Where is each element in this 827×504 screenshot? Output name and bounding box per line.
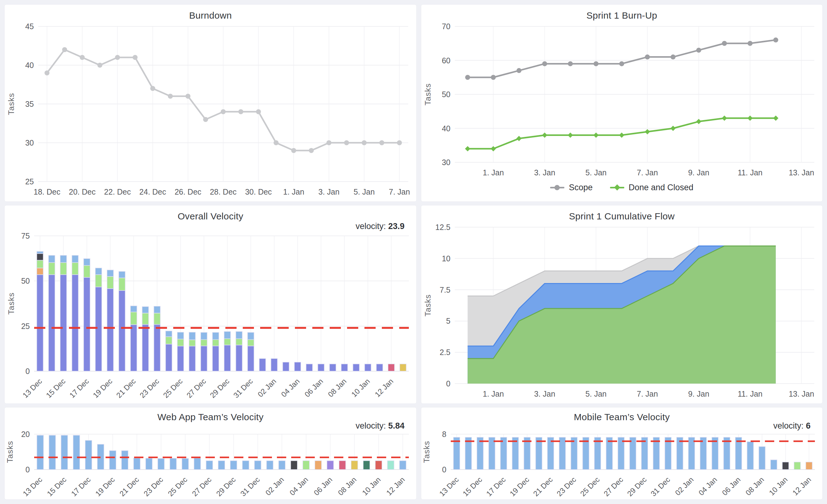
- scope-line-icon: [550, 187, 565, 188]
- svg-text:06 Jan: 06 Jan: [721, 475, 742, 497]
- svg-text:15 Dec: 15 Dec: [44, 377, 67, 399]
- svg-text:02 Jan: 02 Jan: [264, 475, 286, 497]
- svg-text:06 Jan: 06 Jan: [303, 377, 325, 399]
- svg-text:24. Dec: 24. Dec: [139, 188, 166, 196]
- burnup-panel: Sprint 1 Burn-Up 30405060701. Jan3. Jan5…: [421, 4, 823, 202]
- svg-text:2.5: 2.5: [440, 348, 450, 357]
- svg-text:5. Jan: 5. Jan: [353, 188, 375, 196]
- svg-text:29 Dec: 29 Dec: [214, 475, 237, 498]
- svg-text:22. Dec: 22. Dec: [104, 188, 131, 196]
- cumulative-flow-chart[interactable]: 02.557.51012.51. Jan3. Jan5. Jan7. Jan9.…: [421, 222, 822, 403]
- svg-text:19 Dec: 19 Dec: [94, 475, 116, 498]
- burnup-title: Sprint 1 Burn-Up: [421, 10, 822, 21]
- svg-text:11. Jan: 11. Jan: [738, 390, 763, 398]
- svg-text:15 Dec: 15 Dec: [45, 475, 68, 498]
- svg-text:60: 60: [442, 56, 450, 65]
- svg-text:1. Jan: 1. Jan: [283, 188, 304, 196]
- svg-text:13 Dec: 13 Dec: [438, 475, 460, 498]
- svg-text:31 Dec: 31 Dec: [239, 475, 261, 498]
- cumulative-flow-panel: Sprint 1 Cumulative Flow 02.557.51012.51…: [421, 205, 823, 404]
- overall-velocity-title: Overall Velocity: [5, 211, 416, 221]
- svg-text:17 Dec: 17 Dec: [69, 475, 92, 498]
- svg-text:10 Jan: 10 Jan: [767, 475, 789, 497]
- svg-text:12.5: 12.5: [435, 223, 450, 232]
- svg-text:17 Dec: 17 Dec: [485, 475, 507, 498]
- svg-text:10: 10: [442, 254, 450, 263]
- svg-text:7. Jan: 7. Jan: [637, 168, 658, 177]
- svg-text:26. Dec: 26. Dec: [175, 188, 201, 196]
- svg-text:Tasks: Tasks: [422, 441, 431, 463]
- svg-text:04 Jan: 04 Jan: [288, 475, 310, 497]
- svg-text:0: 0: [26, 465, 30, 474]
- burnup-chart[interactable]: 30405060701. Jan3. Jan5. Jan7. Jan9. Jan…: [421, 21, 822, 182]
- svg-text:50: 50: [442, 90, 450, 99]
- svg-text:02 Jan: 02 Jan: [673, 475, 695, 497]
- overall-velocity-chart[interactable]: 025507513 Dec15 Dec17 Dec19 Dec21 Dec23 …: [5, 232, 416, 403]
- svg-text:18. Dec: 18. Dec: [34, 188, 60, 196]
- svg-text:25 Dec: 25 Dec: [579, 475, 601, 498]
- svg-text:25 Dec: 25 Dec: [166, 475, 189, 498]
- svg-text:5: 5: [446, 316, 450, 325]
- svg-text:17 Dec: 17 Dec: [68, 377, 90, 399]
- svg-text:23 Dec: 23 Dec: [138, 377, 161, 399]
- svg-text:08 Jan: 08 Jan: [326, 377, 348, 399]
- svg-text:04 Jan: 04 Jan: [697, 475, 719, 497]
- svg-text:40: 40: [442, 124, 450, 133]
- legend-item-scope[interactable]: Scope: [550, 183, 593, 192]
- mobile-velocity-title: Mobile Team’s Velocity: [421, 412, 822, 422]
- svg-text:11. Jan: 11. Jan: [738, 168, 763, 177]
- svg-text:0: 0: [26, 367, 30, 375]
- mobile-velocity-panel: Mobile Team’s Velocity velocity: 6 0813 …: [421, 407, 823, 500]
- svg-text:21 Dec: 21 Dec: [114, 377, 137, 399]
- svg-text:04 Jan: 04 Jan: [279, 377, 301, 399]
- svg-text:50: 50: [21, 276, 30, 285]
- mobile-velocity-header: Mobile Team’s Velocity velocity: 6: [421, 407, 822, 431]
- svg-text:35: 35: [25, 100, 34, 108]
- svg-text:9. Jan: 9. Jan: [688, 168, 709, 177]
- overall-velocity-panel: Overall Velocity velocity: 23.9 02550751…: [4, 205, 417, 404]
- webapp-velocity-chart[interactable]: 02013 Dec15 Dec17 Dec19 Dec21 Dec23 Dec2…: [5, 431, 416, 499]
- svg-text:1. Jan: 1. Jan: [483, 168, 504, 177]
- svg-text:19 Dec: 19 Dec: [91, 377, 114, 399]
- webapp-velocity-title: Web App Team’s Velocity: [5, 412, 416, 422]
- webapp-velocity-panel: Web App Team’s Velocity velocity: 5.84 0…: [4, 407, 417, 500]
- svg-text:20. Dec: 20. Dec: [69, 188, 96, 196]
- svg-text:13 Dec: 13 Dec: [21, 475, 44, 498]
- burndown-chart[interactable]: 253035404518. Dec20. Dec22. Dec24. Dec26…: [5, 21, 416, 201]
- legend-label-done-and-closed: Done and Closed: [629, 183, 693, 192]
- burnup-header: Sprint 1 Burn-Up: [421, 5, 822, 21]
- svg-text:Tasks: Tasks: [423, 294, 432, 316]
- svg-text:27 Dec: 27 Dec: [185, 377, 208, 399]
- svg-text:23 Dec: 23 Dec: [142, 475, 164, 498]
- mobile-velocity-chart[interactable]: 0813 Dec15 Dec17 Dec19 Dec21 Dec23 Dec25…: [421, 431, 822, 499]
- svg-text:30. Dec: 30. Dec: [245, 188, 272, 196]
- svg-text:12 Jan: 12 Jan: [791, 475, 813, 497]
- svg-text:21 Dec: 21 Dec: [531, 475, 554, 498]
- legend-item-done-and-closed[interactable]: Done and Closed: [610, 183, 693, 192]
- svg-text:08 Jan: 08 Jan: [744, 475, 766, 497]
- svg-text:0: 0: [442, 465, 446, 474]
- webapp-velocity-value: velocity: 5.84: [355, 421, 404, 431]
- cumulative-flow-header: Sprint 1 Cumulative Flow: [421, 205, 822, 222]
- dashboard: Burndown 253035404518. Dec20. Dec22. Dec…: [0, 0, 827, 504]
- svg-text:5. Jan: 5. Jan: [585, 168, 606, 177]
- svg-text:3. Jan: 3. Jan: [319, 188, 340, 196]
- legend-label-scope: Scope: [569, 183, 593, 192]
- svg-text:19 Dec: 19 Dec: [508, 475, 531, 498]
- svg-text:5. Jan: 5. Jan: [585, 390, 606, 398]
- svg-text:27 Dec: 27 Dec: [190, 475, 213, 498]
- svg-text:25 Dec: 25 Dec: [161, 377, 184, 399]
- svg-text:25: 25: [21, 322, 30, 331]
- svg-text:Tasks: Tasks: [6, 93, 16, 115]
- svg-text:9. Jan: 9. Jan: [688, 390, 709, 398]
- cumulative-flow-title: Sprint 1 Cumulative Flow: [421, 211, 822, 221]
- svg-text:31 Dec: 31 Dec: [649, 475, 672, 498]
- svg-text:10 Jan: 10 Jan: [349, 377, 371, 399]
- svg-text:Tasks: Tasks: [6, 292, 16, 314]
- burndown-title: Burndown: [5, 10, 416, 21]
- svg-text:7. Jan: 7. Jan: [637, 390, 658, 398]
- svg-text:15 Dec: 15 Dec: [461, 475, 484, 498]
- svg-text:0: 0: [446, 379, 450, 388]
- svg-text:21 Dec: 21 Dec: [118, 475, 141, 498]
- overall-velocity-header: Overall Velocity velocity: 23.9: [5, 205, 416, 232]
